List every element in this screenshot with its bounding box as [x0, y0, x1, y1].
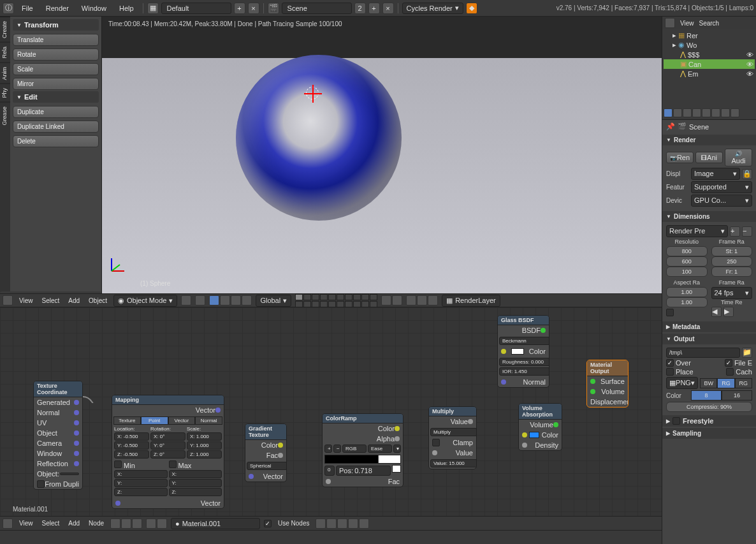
- audio-button[interactable]: 🔊Audi: [725, 149, 752, 166]
- render-engine-dropdown[interactable]: Cycles Render▾: [402, 3, 463, 14]
- context-layers-icon[interactable]: [673, 108, 682, 117]
- node-editor[interactable]: Texture Coordinate Generated Normal UV O…: [0, 307, 662, 517]
- layout-field[interactable]: Default: [161, 3, 231, 14]
- tree-row[interactable]: ▣Can👁: [664, 59, 755, 69]
- render-button[interactable]: 📷Ren: [666, 152, 694, 163]
- feature-dropdown[interactable]: Supported▾: [691, 181, 752, 193]
- transform-panel-header[interactable]: Transform: [13, 19, 99, 31]
- editor-type-icon[interactable]: ⓘ: [3, 3, 14, 14]
- add-preset-icon[interactable]: +: [730, 226, 740, 237]
- node-colorramp[interactable]: ColorRamp Color Alpha +− RGB Ease ▾ 0 Po…: [322, 413, 403, 487]
- node-mapping[interactable]: Mapping Vector Texture Point Vector Norm…: [112, 395, 224, 509]
- node-gradient-texture[interactable]: Gradient Texture Color Fac Spherical Vec…: [245, 423, 287, 482]
- sampling-panel-header[interactable]: Sampling: [662, 428, 756, 439]
- frame-step[interactable]: Fr: 1: [711, 267, 753, 277]
- delete-button[interactable]: Delete: [13, 135, 99, 147]
- scene-browse-icon[interactable]: 🎬: [268, 3, 279, 14]
- scene-field[interactable]: Scene: [282, 3, 352, 14]
- scene-remove-icon[interactable]: ×: [382, 3, 394, 14]
- ne-menu-view[interactable]: View: [17, 520, 36, 527]
- menu-render[interactable]: Render: [41, 4, 74, 12]
- scene-add-icon[interactable]: +: [368, 3, 380, 14]
- output-panel-header[interactable]: Output: [662, 334, 756, 344]
- aspect-y[interactable]: 1.00: [666, 297, 708, 307]
- render-panel-header[interactable]: Render: [662, 135, 756, 145]
- object-data-icon[interactable]: [146, 518, 156, 529]
- node-editor-type-icon[interactable]: [3, 518, 13, 529]
- context-scene-icon[interactable]: [683, 108, 692, 117]
- freestyle-panel-header[interactable]: Freestyle: [662, 415, 756, 427]
- pivot-icon[interactable]: [195, 295, 205, 305]
- duplicate-linked-button[interactable]: Duplicate Linked: [13, 121, 99, 133]
- use-nodes-checkbox[interactable]: [264, 520, 272, 527]
- remove-preset-icon[interactable]: −: [742, 226, 752, 237]
- context-object-icon[interactable]: [702, 108, 711, 117]
- metadata-panel-header[interactable]: Metadata: [662, 321, 756, 332]
- render-preset-dropdown[interactable]: Render Pre▾: [666, 225, 728, 237]
- 3dview-menu-object[interactable]: Object: [86, 297, 110, 304]
- shading-icon[interactable]: [181, 295, 191, 305]
- depth8-toggle[interactable]: 8: [691, 390, 722, 401]
- bw-toggle[interactable]: BW: [700, 378, 717, 388]
- node-math-multiply[interactable]: Multiply Value Multiply Clamp Value Valu…: [428, 406, 477, 469]
- aspect-x[interactable]: 1.00: [666, 287, 708, 297]
- context-modifiers-icon[interactable]: [721, 108, 730, 117]
- node-texture-coordinate[interactable]: Texture Coordinate Generated Normal UV O…: [33, 381, 83, 490]
- dimensions-panel-header[interactable]: Dimensions: [662, 211, 756, 222]
- cache-checkbox[interactable]: [726, 368, 734, 376]
- layer-buttons[interactable]: [295, 294, 377, 307]
- tab-physics[interactable]: Phy: [0, 84, 10, 102]
- rgb-toggle[interactable]: RG: [717, 378, 734, 388]
- context-data-icon[interactable]: [731, 108, 739, 117]
- resolution-y[interactable]: 600: [666, 256, 708, 267]
- output-path-field[interactable]: /tmp\: [666, 348, 740, 358]
- 3dview-menu-select[interactable]: Select: [40, 297, 62, 304]
- color-ramp-gradient[interactable]: [324, 455, 401, 464]
- depth16-toggle[interactable]: 16: [722, 390, 752, 401]
- context-world-icon[interactable]: [692, 108, 701, 117]
- shader-tree-icon[interactable]: [110, 518, 120, 529]
- duplicate-button[interactable]: Duplicate: [13, 106, 99, 118]
- tab-relations[interactable]: Rela: [0, 42, 10, 62]
- 3dview-menu-add[interactable]: Add: [66, 297, 82, 304]
- context-render-icon[interactable]: [664, 108, 672, 117]
- file-ext-checkbox[interactable]: [725, 359, 732, 367]
- render-opengl-icon[interactable]: [406, 295, 416, 305]
- ne-menu-node[interactable]: Node: [86, 520, 106, 527]
- format-dropdown[interactable]: ▦PNG▾: [666, 377, 698, 389]
- 3dview-editor-icon[interactable]: [3, 295, 13, 305]
- mode-dropdown[interactable]: ◉Object Mode▾: [113, 295, 177, 307]
- snap-icon[interactable]: [381, 295, 391, 305]
- tree-row[interactable]: ⋀$$$👁: [664, 50, 755, 59]
- ne-menu-add[interactable]: Add: [66, 520, 82, 527]
- folder-icon[interactable]: 📁: [742, 348, 752, 358]
- fps-dropdown[interactable]: 24 fps▾: [711, 287, 753, 299]
- edit-panel-header[interactable]: Edit: [13, 91, 99, 103]
- node-material-output[interactable]: Material Output Surface Volume Displacem…: [586, 360, 629, 408]
- outliner-menu-search[interactable]: Search: [699, 20, 720, 27]
- outliner-type-icon[interactable]: [665, 18, 675, 28]
- snap-type-icon[interactable]: [392, 295, 402, 305]
- tab-grease[interactable]: Grease: [0, 102, 10, 129]
- node-volume-absorption[interactable]: Volume Absorption Volume Color Density: [518, 403, 562, 451]
- layout-browse-icon[interactable]: ▦: [147, 3, 159, 14]
- overwrite-checkbox[interactable]: [666, 359, 674, 367]
- menu-window[interactable]: Window: [76, 4, 112, 12]
- tab-animation[interactable]: Anim: [0, 62, 10, 84]
- 3d-viewport[interactable]: Time:00:08.43 | Mem:20.42M, Peak:33.80M …: [102, 17, 662, 293]
- outliner-menu-view[interactable]: View: [680, 20, 694, 27]
- tree-row[interactable]: ▸◉Wo: [664, 40, 755, 50]
- scale-button[interactable]: Scale: [13, 63, 99, 75]
- menu-file[interactable]: File: [17, 4, 38, 12]
- rotate-button[interactable]: Rotate: [13, 48, 99, 61]
- frame-end[interactable]: 250: [711, 256, 753, 267]
- ne-menu-select[interactable]: Select: [40, 520, 62, 527]
- compression-slider[interactable]: Compressio: 90%: [666, 402, 752, 412]
- animation-button[interactable]: 🎞Ani: [695, 152, 723, 163]
- resolution-pct[interactable]: 100: [666, 267, 708, 277]
- menu-help[interactable]: Help: [114, 4, 139, 12]
- tab-create[interactable]: Create: [0, 17, 10, 42]
- render-layer-dropdown[interactable]: ▦RenderLayer: [442, 295, 500, 307]
- mirror-button[interactable]: Mirror: [13, 78, 99, 90]
- lock-icon[interactable]: 🔒: [742, 169, 752, 179]
